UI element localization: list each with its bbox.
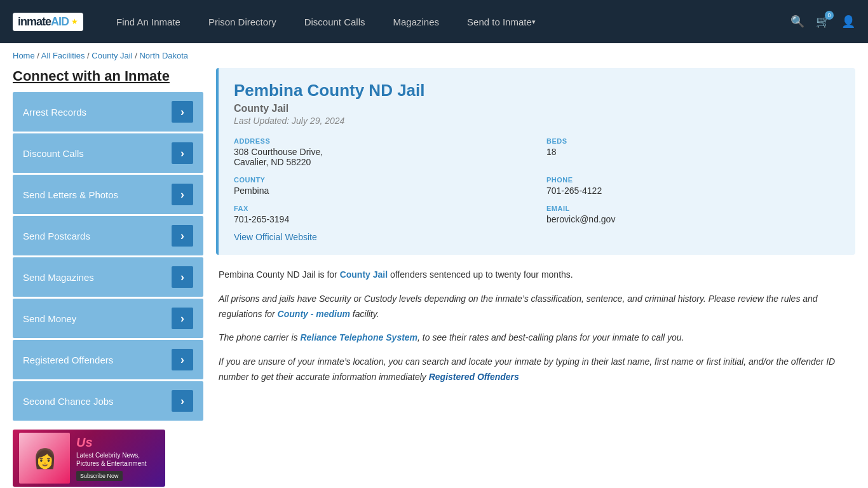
sidebar-item-send-letters[interactable]: Send Letters & Photos › <box>13 175 203 214</box>
ad-tagline: Latest Celebrity News, Pictures & Entert… <box>76 451 159 468</box>
sidebar-item-send-magazines[interactable]: Send Magazines › <box>13 257 203 297</box>
facility-card: Pembina County ND Jail County Jail Last … <box>216 68 855 255</box>
facility-details-grid: ADDRESS 308 Courthouse Drive, Cavalier, … <box>234 137 840 224</box>
sidebar-item-label: Send Letters & Photos <box>23 189 118 200</box>
description-para3: The phone carrier is Reliance Telephone … <box>219 330 853 346</box>
address-field: ADDRESS 308 Courthouse Drive, Cavalier, … <box>234 137 527 167</box>
fax-label: FAX <box>234 205 527 212</box>
detail-panel: Pembina County ND Jail County Jail Last … <box>216 68 855 487</box>
breadcrumb-all-facilities[interactable]: All Facilities <box>41 51 85 60</box>
sidebar-arrow-icon: › <box>172 266 193 288</box>
county-medium-link[interactable]: County - medium <box>278 309 350 319</box>
sidebar-arrow-icon: › <box>172 101 193 123</box>
ad-image: 👩 <box>19 433 70 484</box>
beds-label: BEDS <box>546 137 840 145</box>
email-field: EMAIL berovick@nd.gov <box>546 205 840 224</box>
registered-offenders-link[interactable]: Registered Offenders <box>429 372 519 382</box>
sidebar-title: Connect with an Inmate <box>13 68 203 85</box>
sidebar-menu: Arrest Records › Discount Calls › Send L… <box>13 92 203 421</box>
breadcrumb-county-jail[interactable]: County Jail <box>92 51 132 60</box>
advertisement-banner[interactable]: 👩 Us Latest Celebrity News, Pictures & E… <box>13 430 165 487</box>
sidebar-item-registered-offenders[interactable]: Registered Offenders › <box>13 340 203 379</box>
sidebar-arrow-icon: › <box>172 308 193 329</box>
county-value: Pembina <box>234 186 527 196</box>
fax-field: FAX 701-265-3194 <box>234 205 527 224</box>
reliance-telephone-link[interactable]: Reliance Telephone System <box>300 332 417 342</box>
sidebar-item-label: Send Magazines <box>23 272 94 283</box>
sidebar-arrow-icon: › <box>172 225 193 247</box>
phone-label: PHONE <box>546 176 840 184</box>
email-value: berovick@nd.gov <box>546 214 840 224</box>
description-para1: Pembina County ND Jail is for County Jai… <box>219 268 853 283</box>
facility-last-updated: Last Updated: July 29, 2024 <box>234 116 840 126</box>
sidebar: Connect with an Inmate Arrest Records › … <box>13 68 203 487</box>
breadcrumb: Home / All Facilities / County Jail / No… <box>0 43 868 68</box>
breadcrumb-home[interactable]: Home <box>13 51 35 60</box>
cart-badge: 0 <box>825 11 834 20</box>
sidebar-item-label: Discount Calls <box>23 148 84 159</box>
logo-aid: AID <box>51 15 69 28</box>
description-block: Pembina County ND Jail is for County Jai… <box>216 268 855 385</box>
facility-name: Pembina County ND Jail <box>234 81 840 100</box>
sidebar-arrow-icon: › <box>172 142 193 164</box>
brand-logo[interactable]: inmateAID ★ <box>13 13 83 31</box>
phone-field: PHONE 701-265-4122 <box>546 176 840 196</box>
sidebar-item-discount-calls[interactable]: Discount Calls › <box>13 133 203 173</box>
search-icon[interactable]: 🔍 <box>790 15 804 29</box>
sidebar-arrow-icon: › <box>172 349 193 370</box>
county-jail-link[interactable]: County Jail <box>340 269 388 280</box>
sidebar-arrow-icon: › <box>172 184 193 205</box>
nav-icon-group: 🔍 🛒 0 👤 <box>790 15 855 29</box>
cart-icon[interactable]: 🛒 0 <box>816 15 830 29</box>
user-icon[interactable]: 👤 <box>841 15 855 29</box>
sidebar-item-arrest-records[interactable]: Arrest Records › <box>13 92 203 132</box>
sidebar-item-label: Send Postcards <box>23 231 90 241</box>
fax-value: 701-265-3194 <box>234 214 527 224</box>
sidebar-item-second-chance-jobs[interactable]: Second Chance Jobs › <box>13 381 203 421</box>
county-label: COUNTY <box>234 176 527 184</box>
sidebar-item-send-money[interactable]: Send Money › <box>13 299 203 338</box>
address-label: ADDRESS <box>234 137 527 145</box>
logo-text: inmateAID <box>18 15 69 29</box>
sidebar-arrow-icon: › <box>172 390 193 412</box>
county-field: COUNTY Pembina <box>234 176 527 196</box>
beds-field: BEDS 18 <box>546 137 840 167</box>
ad-subscribe-button[interactable]: Subscribe Now <box>76 471 123 481</box>
navbar: inmateAID ★ Find An Inmate Prison Direct… <box>0 0 868 43</box>
description-para2: All prisons and jails have Security or C… <box>219 292 853 322</box>
view-website-link[interactable]: View Official Website <box>234 232 317 242</box>
phone-value: 701-265-4122 <box>546 186 840 196</box>
ad-brand-logo: Us <box>76 435 159 450</box>
sidebar-item-send-postcards[interactable]: Send Postcards › <box>13 216 203 255</box>
address-value: 308 Courthouse Drive, Cavalier, ND 58220 <box>234 147 527 167</box>
ad-content: Us Latest Celebrity News, Pictures & Ent… <box>70 435 159 481</box>
breadcrumb-state[interactable]: North Dakota <box>139 51 188 60</box>
logo-star-icon: ★ <box>71 17 78 26</box>
beds-value: 18 <box>546 147 840 157</box>
nav-links: Find An Inmate Prison Directory Discount… <box>102 0 790 43</box>
sidebar-item-label: Registered Offenders <box>23 355 113 365</box>
main-content: Connect with an Inmate Arrest Records › … <box>0 68 868 488</box>
nav-discount-calls[interactable]: Discount Calls <box>290 0 379 43</box>
facility-type: County Jail <box>234 103 840 114</box>
sidebar-item-label: Second Chance Jobs <box>23 396 114 407</box>
nav-send-to-inmate[interactable]: Send to Inmate <box>453 0 550 43</box>
nav-find-inmate[interactable]: Find An Inmate <box>102 0 194 43</box>
sidebar-item-label: Arrest Records <box>23 107 86 118</box>
nav-magazines[interactable]: Magazines <box>379 0 454 43</box>
description-para4: If you are unsure of your inmate’s locat… <box>219 355 853 385</box>
nav-prison-directory[interactable]: Prison Directory <box>194 0 290 43</box>
email-label: EMAIL <box>546 205 840 212</box>
sidebar-item-label: Send Money <box>23 313 76 324</box>
